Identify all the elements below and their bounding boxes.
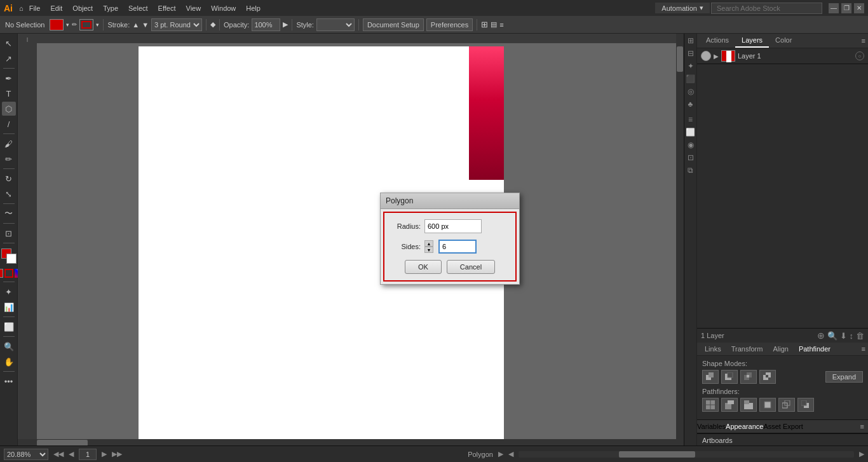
style-select[interactable] (316, 18, 355, 31)
status-right-arrow[interactable]: ▶ (498, 450, 503, 458)
tab-layers[interactable]: Layers (735, 34, 769, 48)
panel-toggle-11[interactable]: ⧉ (688, 166, 693, 175)
prev-page-icon[interactable]: ◀◀ (53, 450, 64, 458)
shape-tool[interactable]: ⬡ (2, 102, 16, 116)
expand-icon[interactable]: ▶ (714, 53, 719, 60)
hand-tool[interactable]: ✋ (2, 355, 16, 369)
minus-front-button[interactable] (721, 370, 738, 384)
tab-transform[interactable]: Transform (726, 343, 768, 355)
unite-button[interactable] (702, 370, 719, 384)
find-layer-icon[interactable]: 🔍 (827, 331, 837, 341)
symbol-tools[interactable]: ✦ (2, 285, 16, 299)
type-tool[interactable]: T (2, 86, 16, 100)
sides-decrement[interactable]: ▼ (424, 247, 433, 253)
doc-setup-button[interactable]: Document Setup (363, 18, 424, 31)
free-transform-tool[interactable]: ⊡ (2, 226, 16, 240)
panel-toggle-3[interactable]: ✦ (688, 62, 694, 71)
tab-align[interactable]: Align (768, 343, 793, 355)
panel-toggle-8[interactable]: ⬜ (686, 128, 695, 137)
fill-box[interactable] (0, 269, 3, 278)
automation-button[interactable]: Automation ▾ (655, 3, 710, 13)
menu-select[interactable]: Select (124, 3, 153, 13)
artboard-tool[interactable]: ⬜ (2, 320, 16, 334)
opacity-input[interactable] (252, 18, 280, 31)
menu-edit[interactable]: Edit (46, 3, 67, 13)
pencil-tool[interactable]: ✏ (2, 152, 16, 166)
page-number-input[interactable] (79, 449, 97, 460)
outline-button[interactable] (778, 398, 795, 412)
fill-color-swatch[interactable] (50, 19, 64, 31)
panel-toggle-2[interactable]: ⊟ (688, 49, 694, 58)
prev-page-btn[interactable]: ◀ (69, 450, 74, 458)
preferences-button[interactable]: Preferences (426, 18, 473, 31)
crop-button[interactable] (759, 398, 776, 412)
fill-dropdown-arrow[interactable]: ▾ (66, 22, 69, 28)
warp-tool[interactable]: 〜 (2, 207, 16, 221)
stock-search-input[interactable] (711, 3, 822, 14)
merge-button[interactable] (740, 398, 757, 412)
panel-toggle-9[interactable]: ◉ (688, 140, 694, 149)
minus-back-button[interactable] (797, 398, 814, 412)
color-selector[interactable] (1, 248, 17, 264)
stroke-down-arrow[interactable]: ▼ (142, 21, 149, 29)
opacity-arrow[interactable]: ▶ (283, 20, 288, 29)
canvas-vscrollbar[interactable] (676, 34, 684, 447)
stroke-size-select[interactable]: 3 pt. Round (151, 18, 202, 31)
panel-menu-icon[interactable]: ≡ (862, 37, 865, 44)
close-button[interactable]: ✕ (854, 3, 864, 13)
maximize-button[interactable]: ❐ (841, 3, 851, 13)
panel-toggle-7[interactable]: ≡ (688, 115, 693, 124)
panel-toggle-6[interactable]: ♣ (688, 100, 693, 109)
line-tool[interactable]: / (2, 117, 16, 131)
graph-tool[interactable]: 📊 (2, 300, 16, 314)
more-tools[interactable]: ••• (2, 374, 16, 388)
move-layer-icon[interactable]: ↕ (850, 331, 854, 341)
paintbrush-tool[interactable]: 🖌 (2, 137, 16, 151)
panel-icon[interactable]: ▤ (491, 20, 497, 29)
zoom-select[interactable]: 20.88% (4, 449, 48, 460)
direct-select-tool[interactable]: ↗ (2, 51, 16, 65)
panel-toggle-5[interactable]: ◎ (688, 87, 694, 96)
menu-object[interactable]: Object (68, 3, 97, 13)
sides-input[interactable] (438, 240, 477, 254)
status-left-btn[interactable]: ◀ (508, 450, 513, 458)
divide-button[interactable] (702, 398, 719, 412)
pathfinder-menu-icon[interactable]: ≡ (862, 345, 865, 353)
intersect-button[interactable] (740, 370, 757, 384)
status-hscroll[interactable] (519, 451, 854, 458)
appearance-menu-icon[interactable]: ≡ (857, 420, 868, 433)
add-layer-icon[interactable]: ⊕ (817, 330, 825, 341)
view-grid-icon[interactable]: ⊞ (481, 20, 488, 29)
cancel-button[interactable]: Cancel (447, 260, 495, 274)
sides-increment[interactable]: ▲ (424, 240, 433, 247)
more-icon[interactable]: ≡ (499, 21, 503, 29)
trim-button[interactable] (721, 398, 738, 412)
home-icon[interactable]: ⌂ (19, 4, 24, 12)
stroke-dropdown-arrow[interactable]: ▾ (96, 22, 99, 28)
status-right-btn[interactable]: ▶ (859, 450, 864, 458)
menu-help[interactable]: Help (241, 3, 265, 13)
menu-window[interactable]: Window (207, 3, 240, 13)
radius-input[interactable] (424, 219, 482, 233)
menu-view[interactable]: View (182, 3, 206, 13)
scale-tool[interactable]: ⤡ (2, 187, 16, 201)
next-page-end-icon[interactable]: ▶▶ (112, 450, 122, 458)
stroke-box[interactable] (4, 269, 13, 278)
ok-button[interactable]: OK (405, 260, 442, 274)
status-hscroll-thumb[interactable] (619, 451, 695, 458)
pen-tool[interactable]: ✒ (2, 71, 16, 85)
zoom-tool[interactable]: 🔍 (2, 339, 16, 353)
canvas-vscroll-thumb[interactable] (677, 46, 683, 72)
canvas-area[interactable]: | Polygon Radius: (18, 34, 684, 447)
tab-pathfinder[interactable]: Pathfinder (794, 343, 836, 355)
panel-toggle-10[interactable]: ⊡ (688, 153, 694, 162)
menu-effect[interactable]: Effect (154, 3, 180, 13)
tab-asset-export[interactable]: Asset Export (763, 423, 803, 430)
layer-lock-icon[interactable]: ○ (855, 51, 864, 60)
tab-variables[interactable]: Variables (697, 423, 726, 430)
minimize-button[interactable]: — (829, 3, 839, 13)
delete-layer-icon[interactable]: 🗑 (856, 331, 864, 341)
rotate-tool[interactable]: ↻ (2, 172, 16, 186)
select-tool[interactable]: ↖ (2, 36, 16, 50)
panel-toggle-1[interactable]: ⊞ (688, 36, 694, 45)
